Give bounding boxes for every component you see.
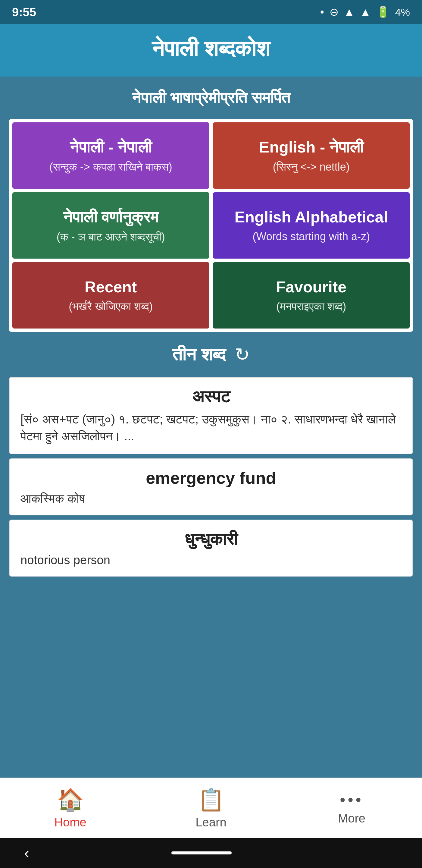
dot-icon: •	[320, 6, 324, 19]
nav-more-label: More	[338, 812, 365, 825]
word-card-2[interactable]: emergency fund आकस्मिक कोष	[9, 458, 413, 516]
status-icons: • ⊖ ▲ ▲ 🔋 4%	[320, 6, 410, 19]
card-english-alpha[interactable]: English Alphabetical (Words starting wit…	[213, 192, 410, 258]
dnd-icon: ⊖	[329, 6, 338, 19]
card-nepali-nepali-title: नेपाली - नेपाली	[70, 138, 152, 156]
system-bar: ‹	[0, 838, 422, 868]
word-card-3[interactable]: धुन्धुकारी notorious person	[9, 520, 413, 577]
refresh-icon[interactable]: ↻	[235, 344, 250, 365]
main-content: नेपाली भाषाप्रेमीप्रति समर्पित नेपाली - …	[0, 76, 422, 778]
battery-icon: 🔋	[376, 6, 390, 19]
card-nepali-alpha-sub: (क - ञ बाट आउने शब्दसूची)	[57, 230, 165, 243]
card-favourite[interactable]: Favourite (मनपराइएका शब्द)	[213, 262, 410, 329]
card-favourite-title: Favourite	[276, 278, 347, 296]
card-english-nepali[interactable]: English - नेपाली (सिस्नु <-> nettle)	[213, 122, 410, 189]
card-recent-sub: (भर्खरै खोजिएका शब्द)	[69, 300, 153, 313]
word-card-1[interactable]: अस्पट [सं० अस+पट (जानु०) १. छटपट; खटपट; …	[9, 377, 413, 454]
bottom-navigation: 🏠 Home 📋 Learn ••• More	[0, 778, 422, 838]
home-indicator[interactable]	[171, 851, 232, 855]
status-bar: 9:55 • ⊖ ▲ ▲ 🔋 4%	[0, 0, 422, 24]
card-english-nepali-sub: (सिस्नु <-> nettle)	[273, 161, 350, 173]
word2-nepali: आकस्मिक कोष	[21, 492, 401, 506]
card-recent[interactable]: Recent (भर्खरै खोजिएका शब्द)	[12, 262, 209, 329]
word1-nepali: अस्पट	[21, 387, 401, 407]
word3-nepali: धुन्धुकारी	[21, 529, 401, 549]
app-header: नेपाली शब्दकोश	[0, 24, 422, 76]
subtitle: नेपाली भाषाप्रेमीप्रति समर्पित	[9, 86, 413, 110]
nav-home-label: Home	[54, 815, 87, 829]
battery-level: 4%	[395, 6, 410, 18]
teen-shabd-header: तीन शब्द ↻	[9, 341, 413, 368]
card-nepali-alpha[interactable]: नेपाली वर्णानुक्रम (क - ञ बाट आउने शब्दस…	[12, 192, 209, 258]
dictionary-grid: नेपाली - नेपाली (सन्दुक -> कपडा राखिने ब…	[9, 119, 413, 332]
wifi-icon: ▲	[344, 6, 355, 19]
signal-icon: ▲	[360, 6, 371, 19]
card-favourite-sub: (मनपराइएका शब्द)	[276, 300, 346, 313]
more-icon: •••	[340, 790, 363, 809]
teen-shabd-title: तीन शब्द	[172, 344, 225, 365]
nav-learn[interactable]: 📋 Learn	[141, 781, 281, 835]
word-cards: अस्पट [सं० अस+पट (जानु०) १. छटपट; खटपट; …	[9, 377, 413, 577]
word1-definition: [सं० अस+पट (जानु०) १. छटपट; खटपट; उकुसमु…	[21, 411, 401, 444]
card-nepali-nepali[interactable]: नेपाली - नेपाली (सन्दुक -> कपडा राखिने ब…	[12, 122, 209, 189]
card-english-alpha-sub: (Words starting with a-z)	[253, 230, 370, 243]
card-english-alpha-title: English Alphabetical	[235, 208, 388, 226]
status-time: 9:55	[12, 5, 36, 19]
word3-english: notorious person	[21, 553, 401, 567]
nav-home[interactable]: 🏠 Home	[0, 781, 141, 835]
card-nepali-alpha-title: नेपाली वर्णानुक्रम	[63, 208, 158, 226]
nav-learn-label: Learn	[195, 815, 226, 829]
card-nepali-nepali-sub: (सन्दुक -> कपडा राखिने बाकस)	[50, 161, 172, 173]
card-recent-title: Recent	[85, 278, 137, 296]
card-english-nepali-title: English - नेपाली	[259, 138, 363, 156]
back-button[interactable]: ‹	[24, 844, 29, 862]
learn-icon: 📋	[198, 787, 225, 812]
word2-english: emergency fund	[21, 468, 401, 488]
app-title: नेपाली शब्दकोश	[6, 36, 416, 61]
home-icon: 🏠	[57, 787, 84, 812]
nav-more[interactable]: ••• More	[281, 784, 422, 831]
